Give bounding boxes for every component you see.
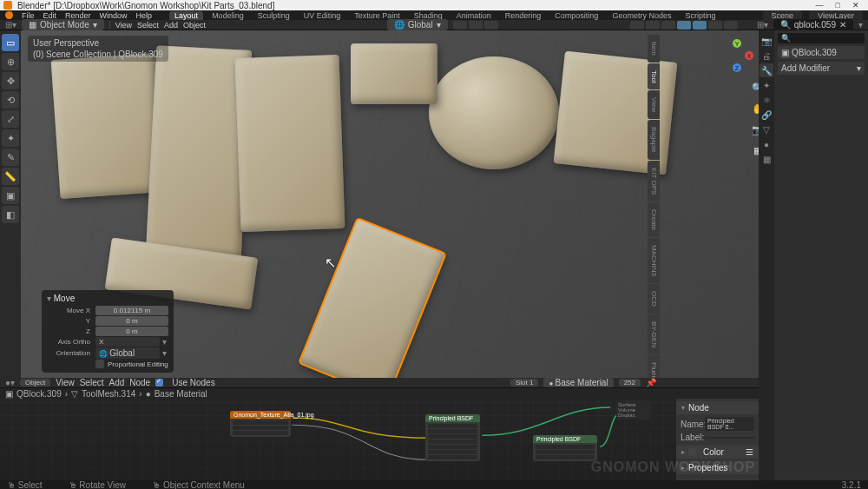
node-panel-header[interactable]: ▾Node: [676, 401, 759, 414]
properties-object[interactable]: ▣QBlock.309: [778, 46, 865, 59]
node-label-input[interactable]: [705, 437, 754, 439]
close-button[interactable]: ✕: [852, 1, 859, 10]
npanel-tab-create[interactable]: Create: [648, 202, 660, 237]
select-box-tool[interactable]: ▭: [2, 34, 19, 51]
prop-tab-data[interactable]: ▽: [760, 122, 773, 136]
outliner-icon[interactable]: ⊞▾: [757, 20, 768, 30]
npanel-tab-kitops[interactable]: KIT OPS: [648, 161, 660, 202]
extra-tool[interactable]: ◧: [2, 206, 19, 223]
axis-ortho-dropdown[interactable]: X: [95, 337, 160, 347]
prop-edit-icon[interactable]: [484, 21, 498, 30]
node-menu-view[interactable]: View: [56, 378, 75, 387]
shading-wireframe-icon[interactable]: [677, 21, 691, 30]
npanel-tab-bygen[interactable]: BY-GEN: [648, 314, 660, 354]
material-dropdown[interactable]: ● Base Material: [543, 378, 613, 387]
tab-script[interactable]: Scripting: [680, 11, 720, 20]
move-x-input[interactable]: 0.012115 m: [95, 306, 168, 315]
gizmo-toggle-icon[interactable]: [630, 21, 644, 30]
material-output-node[interactable]: SurfaceVolumeDisplac: [616, 400, 651, 420]
node-color-checkbox[interactable]: [688, 448, 696, 456]
principled-bsdf-node-1[interactable]: Principled BSDF: [425, 414, 480, 461]
annotate-tool[interactable]: ✎: [2, 149, 19, 166]
node-color-header[interactable]: ▸Color☰: [676, 446, 759, 459]
npanel-tab-item[interactable]: Item: [648, 35, 660, 63]
prop-tab-constraint[interactable]: 🔗: [760, 108, 773, 122]
axis-x-icon[interactable]: X: [745, 51, 753, 60]
prop-tab-particle[interactable]: ✦: [760, 78, 773, 92]
slot-dropdown[interactable]: Slot 1: [510, 379, 538, 387]
move-tool[interactable]: ✥: [2, 72, 19, 89]
menu-help[interactable]: Help: [136, 11, 153, 20]
tab-render[interactable]: Rendering: [500, 11, 547, 20]
shading-rendered-icon[interactable]: [724, 21, 738, 30]
tab-uv[interactable]: UV Editing: [299, 11, 346, 20]
npanel-tab-tool[interactable]: Tool: [648, 63, 660, 90]
tab-modeling[interactable]: Modeling: [207, 11, 249, 20]
add-modifier-button[interactable]: Add Modifier▾: [778, 62, 865, 75]
menu-render[interactable]: Render: [65, 11, 91, 20]
tab-geo[interactable]: Geometry Nodes: [607, 11, 676, 20]
prop-tab-modifier[interactable]: 🔧: [760, 63, 773, 77]
menu-window[interactable]: Window: [100, 11, 128, 20]
outliner-search[interactable]: 🔍 qblock.059 ✕: [773, 19, 853, 30]
tab-texpaint[interactable]: Texture Paint: [349, 11, 405, 20]
editor-type-icon[interactable]: ●▾: [5, 378, 15, 387]
pivot-icon[interactable]: [453, 21, 467, 30]
menu-file[interactable]: File: [22, 11, 35, 20]
minimize-button[interactable]: —: [816, 1, 824, 10]
prop-tab-physics[interactable]: ⚛: [760, 93, 773, 107]
npanel-tab-bagapie[interactable]: Bagapie: [648, 120, 660, 159]
shading-solid-icon[interactable]: [693, 21, 707, 30]
prop-tab-render[interactable]: 📷: [760, 34, 773, 48]
scale-tool[interactable]: ⤢: [2, 110, 19, 128]
preset-icon[interactable]: ☰: [746, 447, 753, 457]
image-texture-node[interactable]: Gnomon_Texture_Atla_01.jpg: [230, 411, 291, 437]
cursor-tool[interactable]: ⊕: [2, 53, 19, 70]
menu-edit[interactable]: Edit: [43, 11, 57, 20]
node-menu-node[interactable]: Node: [129, 378, 150, 387]
close-icon[interactable]: ✕: [839, 20, 846, 30]
use-nodes-checkbox[interactable]: [155, 379, 163, 387]
editor-type-icon[interactable]: ⊞▾: [5, 20, 16, 30]
prop-tab-texture[interactable]: ▦: [760, 152, 773, 166]
tab-comp[interactable]: Compositing: [549, 11, 603, 20]
blender-icon[interactable]: [5, 11, 13, 19]
nav-gizmo[interactable]: X Y Z: [720, 39, 753, 72]
shading-matprev-icon[interactable]: [708, 21, 722, 30]
transform-tool[interactable]: ✦: [2, 129, 19, 147]
overlay-toggle-icon[interactable]: [646, 21, 660, 30]
tab-anim[interactable]: Animation: [451, 11, 496, 20]
measure-tool[interactable]: 📏: [2, 168, 19, 185]
xray-icon[interactable]: [661, 21, 675, 30]
orientation-dropdown[interactable]: 🌐 Global ▾: [387, 19, 448, 30]
npanel-tab-ocd[interactable]: OCD: [648, 284, 660, 314]
move-z-input[interactable]: 0 m: [95, 327, 168, 336]
add-tool[interactable]: ▣: [2, 187, 19, 204]
tab-sculpting[interactable]: Sculpting: [253, 11, 295, 20]
pin-icon[interactable]: 📌: [646, 378, 656, 387]
vp-menu-add[interactable]: Add: [164, 21, 178, 30]
tab-layout[interactable]: Layout: [169, 11, 203, 20]
node-menu-add[interactable]: Add: [108, 378, 124, 387]
axis-z-icon[interactable]: Z: [733, 63, 741, 72]
vp-menu-object[interactable]: Object: [183, 21, 206, 30]
prop-tab-material[interactable]: ●: [760, 137, 773, 151]
prop-edit-checkbox[interactable]: [95, 360, 104, 368]
redo-panel[interactable]: ▾ Move Move X0.012115 m Y0 m Z0 m Axis O…: [42, 290, 174, 373]
shader-type-dropdown[interactable]: Object: [20, 379, 50, 387]
rotate-tool[interactable]: ⟲: [2, 91, 19, 109]
move-y-input[interactable]: 0 m: [95, 316, 168, 326]
material-users[interactable]: 252: [619, 379, 641, 387]
npanel-tab-view[interactable]: View: [648, 90, 660, 119]
node-name-input[interactable]: Principled BSDF 0...: [705, 417, 754, 431]
mode-dropdown[interactable]: ▦ Object Mode ▾: [22, 19, 104, 30]
principled-bsdf-node-2[interactable]: Principled BSDF: [533, 435, 597, 461]
tab-shading[interactable]: Shading: [409, 11, 448, 20]
orientation-dropdown[interactable]: 🌐 Global: [95, 347, 160, 359]
snap-icon[interactable]: [469, 21, 483, 30]
filter-icon[interactable]: ▾: [858, 20, 863, 30]
axis-y-icon[interactable]: Y: [733, 39, 741, 48]
vp-menu-view[interactable]: View: [115, 21, 132, 30]
npanel-tab-machin3[interactable]: MACHIN3: [648, 238, 660, 283]
properties-search[interactable]: 🔍: [778, 33, 865, 43]
